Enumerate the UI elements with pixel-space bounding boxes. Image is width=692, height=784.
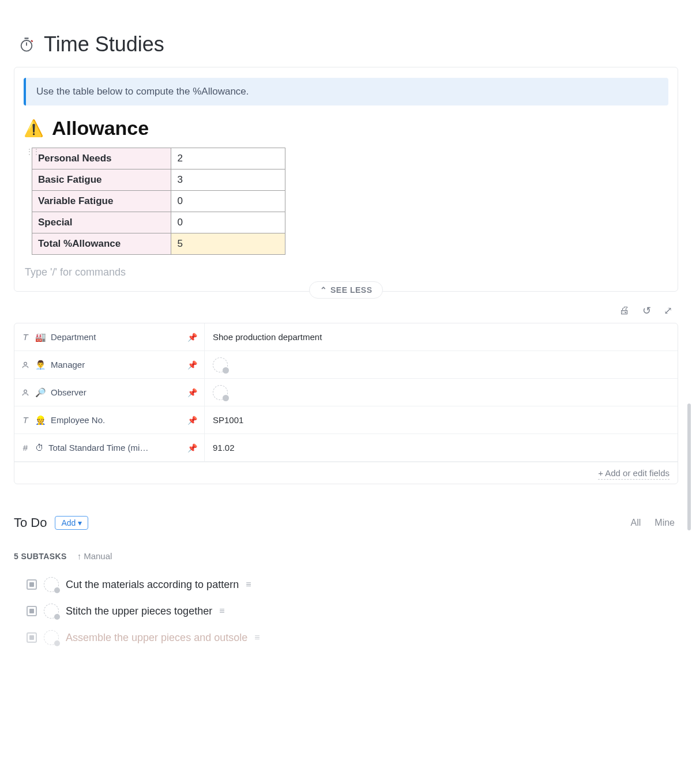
- page-title-row: Time Studies: [14, 0, 678, 67]
- drag-handle-icon[interactable]: ⋮⋮: [26, 148, 40, 156]
- pin-icon[interactable]: 📌: [187, 333, 197, 342]
- number-type-icon: #: [20, 443, 31, 453]
- pin-icon[interactable]: 📌: [187, 443, 197, 453]
- subtask-list: Cut the materials according to pattern ≡…: [14, 571, 678, 651]
- description-icon[interactable]: ≡: [246, 579, 251, 590]
- custom-fields-panel: T 🏭 Department 📌 Shoe production departm…: [14, 323, 678, 484]
- subtask-item: Assemble the upper pieces and outsole ≡: [14, 624, 678, 651]
- field-row-department: T 🏭 Department 📌 Shoe production departm…: [14, 323, 678, 351]
- empty-assignee-icon[interactable]: [213, 357, 228, 372]
- allowance-heading: ⚠️ Allowance: [24, 114, 668, 145]
- warning-icon: ⚠️: [24, 119, 44, 138]
- see-less-button[interactable]: ⌃ SEE LESS: [309, 281, 383, 299]
- person-type-icon: [20, 389, 31, 397]
- pin-icon[interactable]: 📌: [187, 388, 197, 397]
- filter-all[interactable]: All: [631, 518, 641, 528]
- table-row: Variable Fatigue0: [32, 191, 285, 212]
- field-row-manager: 👨‍💼 Manager 📌: [14, 351, 678, 379]
- empty-assignee-icon[interactable]: [44, 604, 59, 619]
- table-row: Personal Needs2: [32, 148, 285, 169]
- arrow-up-icon: ↑: [77, 551, 82, 561]
- subtasks-meta: 5 SUBTASKS ↑ Manual: [14, 551, 678, 561]
- print-icon[interactable]: 🖨: [619, 304, 630, 317]
- field-value[interactable]: 91.02: [205, 434, 678, 461]
- todo-header: To Do Add▾ All Mine: [14, 515, 678, 530]
- pin-icon[interactable]: 📌: [187, 416, 197, 425]
- subtask-title[interactable]: Assemble the upper pieces and outsole: [66, 632, 247, 644]
- field-name: Total Standard Time (mi…: [48, 443, 183, 453]
- magnifier-icon: 🔎: [35, 387, 46, 398]
- stopwatch-icon: [18, 36, 35, 52]
- subtask-title[interactable]: Cut the materials according to pattern: [66, 579, 239, 591]
- field-row-employee-no: T 👷 Employee No. 📌 SP1001: [14, 406, 678, 434]
- document-card: Use the table below to compute the %Allo…: [14, 67, 678, 292]
- empty-assignee-icon[interactable]: [44, 630, 59, 645]
- todo-filters: All Mine: [631, 518, 678, 528]
- scrollbar[interactable]: [687, 404, 691, 530]
- description-icon[interactable]: ≡: [254, 632, 260, 643]
- text-type-icon: T: [20, 415, 31, 425]
- pin-icon[interactable]: 📌: [187, 360, 197, 370]
- field-value[interactable]: [205, 351, 678, 378]
- text-type-icon: T: [20, 332, 31, 342]
- field-row-total-standard-time: # ⏱ Total Standard Time (mi… 📌 91.02: [14, 434, 678, 462]
- field-name: Employee No.: [51, 415, 183, 425]
- checkbox[interactable]: [27, 632, 37, 643]
- info-callout: Use the table below to compute the %Allo…: [24, 78, 668, 105]
- field-name: Observer: [51, 387, 183, 397]
- manager-icon: 👨‍💼: [35, 360, 46, 370]
- subtask-item: Cut the materials according to pattern ≡: [14, 571, 678, 598]
- checkbox[interactable]: [27, 579, 37, 590]
- worker-icon: 👷: [35, 415, 46, 425]
- doc-action-bar: 🖨 ↺ ⤢: [14, 299, 678, 317]
- page-title: Time Studies: [44, 32, 164, 56]
- description-icon[interactable]: ≡: [219, 606, 224, 616]
- allowance-heading-text: Allowance: [52, 117, 149, 140]
- subtasks-count: 5 SUBTASKS: [14, 552, 67, 561]
- field-value[interactable]: SP1001: [205, 406, 678, 434]
- field-value[interactable]: [205, 379, 678, 406]
- table-row: Special0: [32, 212, 285, 233]
- field-row-observer: 🔎 Observer 📌: [14, 379, 678, 406]
- timer-icon: ⏱: [35, 443, 44, 453]
- field-name: Department: [51, 332, 183, 342]
- todo-title: To Do: [14, 515, 47, 530]
- add-subtask-button[interactable]: Add▾: [55, 516, 88, 530]
- field-value[interactable]: Shoe production department: [205, 323, 678, 350]
- person-type-icon: [20, 361, 31, 369]
- checkbox[interactable]: [27, 606, 37, 616]
- chevron-up-icon: ⌃: [320, 285, 328, 295]
- see-less-label: SEE LESS: [330, 285, 372, 295]
- sort-button[interactable]: ↑ Manual: [77, 551, 112, 561]
- svg-point-1: [24, 362, 27, 365]
- empty-assignee-icon[interactable]: [213, 385, 228, 400]
- table-row-total: Total %Allowance5: [32, 233, 285, 255]
- subtask-item: Stitch the upper pieces together ≡: [14, 598, 678, 624]
- factory-icon: 🏭: [35, 332, 46, 342]
- history-icon[interactable]: ↺: [642, 304, 651, 317]
- table-row: Basic Fatigue3: [32, 169, 285, 191]
- allowance-table: Personal Needs2 Basic Fatigue3 Variable …: [32, 148, 285, 255]
- empty-assignee-icon[interactable]: [44, 577, 59, 592]
- add-edit-fields-button[interactable]: + Add or edit fields: [14, 462, 678, 484]
- chevron-down-icon: ▾: [78, 518, 82, 527]
- svg-point-2: [24, 390, 27, 393]
- subtask-title[interactable]: Stitch the upper pieces together: [66, 605, 212, 617]
- field-name: Manager: [51, 360, 183, 370]
- expand-icon[interactable]: ⤢: [664, 304, 672, 317]
- callout-text: Use the table below to compute the %Allo…: [26, 78, 260, 105]
- filter-mine[interactable]: Mine: [655, 518, 675, 528]
